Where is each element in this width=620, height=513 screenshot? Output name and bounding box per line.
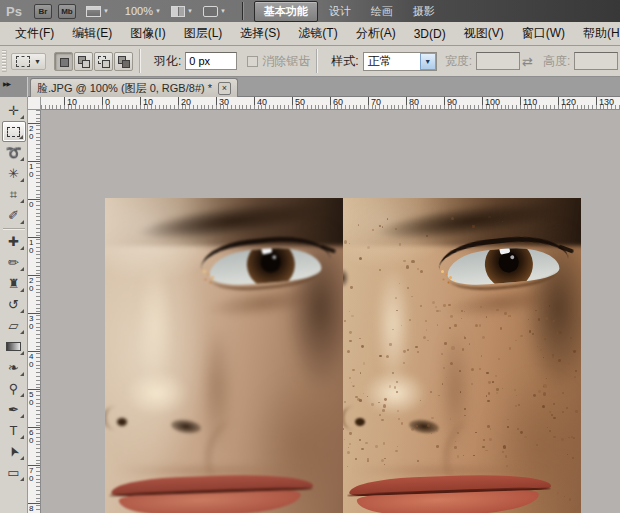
menu-item-帮助[interactable]: 帮助(H) [574,22,620,45]
tools-panel: ✛➰✳⌗✐✚✏♜↺▱❧⚲✒T➤▭ [0,97,28,513]
feather-input[interactable] [185,52,237,70]
zoom-level-value: 100% [125,5,153,17]
tool-dodge[interactable]: ⚲ [2,378,26,399]
eyedropper-icon: ✐ [8,209,19,222]
h-ruler-label: 10 [64,97,77,109]
tool-quick-selection[interactable]: ✳ [2,163,26,184]
launch-mini-bridge-button[interactable]: Mb [58,4,76,19]
tool-spot-healing-brush[interactable]: ✚ [2,231,26,252]
menu-item-文件[interactable]: 文件(F) [6,22,63,45]
h-ruler-label: 100 [482,97,500,109]
titlebar-separator [242,2,244,20]
options-bar-grip[interactable] [2,50,7,72]
width-label: 宽度: [445,53,472,70]
style-select[interactable]: 正常 ▼ [363,52,437,71]
h-ruler-label: 50 [292,97,305,109]
antialias-checkbox[interactable] [247,56,258,67]
menu-item-窗口[interactable]: 窗口(W) [513,22,574,45]
history-brush-icon: ↺ [8,298,19,311]
photo-art [105,198,343,513]
tool-preset-picker[interactable]: ▼ [11,53,46,70]
add-to-selection-button[interactable] [74,52,93,71]
v-ruler-label: 7 0 [28,465,40,483]
vertical-ruler[interactable]: 2 01 001 02 03 04 05 06 07 08 0 [28,110,41,513]
h-ruler-label: 20 [178,97,191,109]
screen-mode-icon [203,6,218,17]
arrange-documents-icon [171,6,185,17]
tool-pen[interactable]: ✒ [2,399,26,420]
dodge-icon: ⚲ [9,382,19,395]
screen-mode-dropdown[interactable]: ▼ [203,6,226,17]
menu-item-图像[interactable]: 图像(I) [121,22,174,45]
tools-divider [3,228,25,229]
chevron-down-icon: ▼ [103,8,109,14]
subtract-from-selection-button[interactable] [94,52,113,71]
close-icon[interactable]: × [218,82,231,95]
tool-path-selection[interactable]: ➤ [2,441,26,462]
v-ruler-label: 6 0 [28,427,40,445]
tool-smudge[interactable]: ❧ [2,357,26,378]
tool-horizontal-type[interactable]: T [2,420,26,441]
v-ruler-label: 5 0 [28,389,40,407]
document-canvas[interactable] [41,110,620,513]
workspace-switcher: 基本功能设计绘画摄影 [254,1,444,22]
menu-item-分析[interactable]: 分析(A) [347,22,405,45]
tool-gradient[interactable] [2,336,26,357]
menu-item-选择[interactable]: 选择(S) [231,22,289,45]
photo-freckled-right [343,198,581,513]
tool-lasso[interactable]: ➰ [2,142,26,163]
spot-healing-brush-icon: ✚ [8,235,19,248]
menu-bar: 文件(F)编辑(E)图像(I)图层(L)选择(S)滤镜(T)分析(A)3D(D)… [0,22,620,46]
ruler-corner [28,97,41,110]
ps-logo: Ps [4,4,28,19]
h-ruler-label: 110 [520,97,537,109]
view-extras-dropdown[interactable]: ▼ [86,6,109,17]
brush-icon: ✏ [8,256,19,269]
menu-item-3D[interactable]: 3D(D) [405,24,455,44]
v-ruler-label: 3 0 [28,313,40,331]
width-input[interactable] [476,52,520,70]
menu-item-编辑[interactable]: 编辑(E) [63,22,121,45]
menu-item-视图[interactable]: 视图(V) [455,22,513,45]
new-selection-button[interactable] [54,52,73,71]
document-tab-title: 脸.JPG @ 100% (图层 0, RGB/8#) * [37,81,212,96]
chevron-down-icon: ▼ [220,8,226,14]
menu-item-图层[interactable]: 图层(L) [175,22,232,45]
tool-move[interactable]: ✛ [2,100,26,121]
menu-item-滤镜[interactable]: 滤镜(T) [289,22,346,45]
options-separator [139,49,140,73]
tool-history-brush[interactable]: ↺ [2,294,26,315]
launch-bridge-button[interactable]: Br [34,4,52,19]
tool-eraser[interactable]: ▱ [2,315,26,336]
mouth [105,466,329,512]
h-ruler-label: 120 [558,97,576,109]
style-label: 样式: [331,53,358,70]
workspace-tab-摄影[interactable]: 摄影 [404,2,444,21]
tool-rectangle-shape[interactable]: ▭ [2,462,26,483]
horizontal-ruler[interactable]: 100102030405060708090100110120130 [41,97,620,110]
tool-brush[interactable]: ✏ [2,252,26,273]
tool-eyedropper[interactable]: ✐ [2,205,26,226]
arrange-documents-dropdown[interactable]: ▼ [171,6,193,17]
swap-width-height-icon[interactable]: ⇄ [522,54,533,69]
workspace-tab-绘画[interactable]: 绘画 [362,2,402,21]
zoom-level-dropdown[interactable]: 100% ▼ [119,5,161,17]
feather-label: 羽化: [154,53,181,70]
document-tab-bar: ▶▶ 脸.JPG @ 100% (图层 0, RGB/8#) * × [0,77,620,97]
height-input[interactable] [574,52,618,70]
v-ruler-label: 1 0 [28,161,40,179]
document-tab[interactable]: 脸.JPG @ 100% (图层 0, RGB/8#) * × [30,78,238,97]
workspace-tab-设计[interactable]: 设计 [320,2,360,21]
chevron-down-icon: ▼ [155,8,161,14]
smudge-icon: ❧ [8,361,19,374]
collapse-panel-icon[interactable]: ▶▶ [3,80,10,87]
height-label: 高度: [543,53,570,70]
workspace-tab-基本功能[interactable]: 基本功能 [254,1,318,22]
inner-corner-sparkle [203,270,206,273]
intersect-selection-button[interactable] [114,52,133,71]
lasso-icon: ➰ [5,146,21,159]
antialias-label: 消除锯齿 [262,53,310,70]
tool-clone-stamp[interactable]: ♜ [2,273,26,294]
tool-rectangular-marquee[interactable] [2,121,26,142]
tool-crop[interactable]: ⌗ [2,184,26,205]
